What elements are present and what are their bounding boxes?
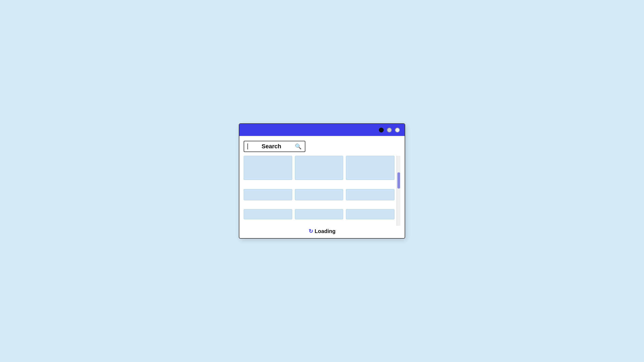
scrollbar-thumb[interactable] xyxy=(397,172,400,189)
search-bar-container: Search 🔍 xyxy=(244,141,400,152)
maximize-button[interactable] xyxy=(395,128,400,132)
grid-content xyxy=(244,156,397,226)
loading-row: ↻ Loading xyxy=(244,226,400,235)
browser-window: Search 🔍 xyxy=(239,123,405,239)
scrollbar-track[interactable] xyxy=(397,156,400,226)
browser-content: Search 🔍 xyxy=(239,136,405,238)
grid-card xyxy=(346,209,394,219)
titlebar xyxy=(239,124,405,136)
grid-card xyxy=(295,189,343,200)
search-label: Search xyxy=(250,143,293,150)
grid-card xyxy=(295,156,343,180)
grid-card xyxy=(295,209,343,219)
grid-card xyxy=(346,189,394,200)
grid-card xyxy=(244,209,292,219)
grid-card xyxy=(244,156,292,180)
grid-area xyxy=(244,156,400,226)
close-button[interactable] xyxy=(379,128,384,132)
minimize-button[interactable] xyxy=(387,128,392,132)
grid-card xyxy=(346,156,394,180)
loading-text: Loading xyxy=(315,228,336,234)
loading-spinner: ↻ xyxy=(309,228,313,234)
text-cursor xyxy=(247,143,248,149)
grid-card xyxy=(244,189,292,200)
search-icon: 🔍 xyxy=(295,143,302,150)
search-bar[interactable]: Search 🔍 xyxy=(244,141,305,152)
